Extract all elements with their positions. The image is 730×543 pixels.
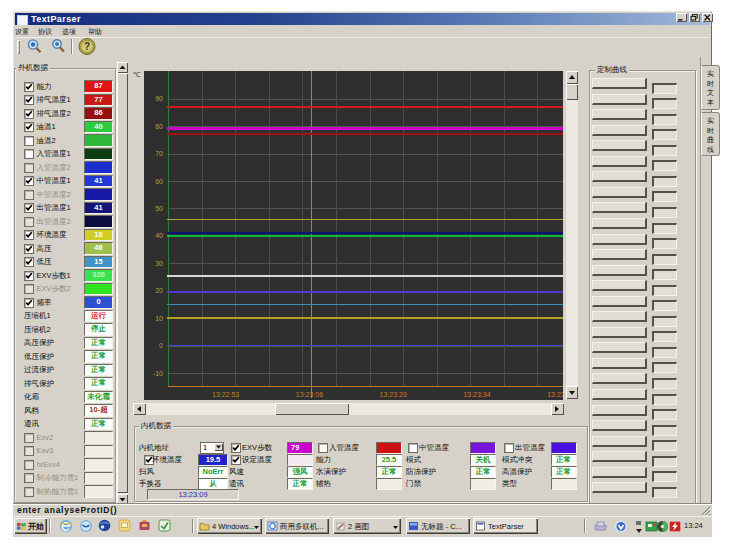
mini-icons[interactable] [635,520,643,534]
menu-item-1[interactable]: 设置 [15,27,29,36]
custom-curve-name-box[interactable] [592,451,647,462]
checkbox[interactable] [24,149,34,159]
taskbar-button[interactable]: TextParser [473,518,538,534]
custom-curve-value-box[interactable] [652,145,677,156]
checkbox[interactable] [24,203,34,213]
checkbox[interactable] [24,446,34,456]
trend-chart[interactable]: 9080706050403020100-1013:22:5313:23:0613… [144,71,563,400]
custom-curve-value-box[interactable] [652,83,677,94]
checkbox[interactable] [24,244,34,254]
custom-curve-name-box[interactable] [592,342,647,353]
messenger-tray-icon[interactable] [614,520,628,533]
custom-curve-value-box[interactable] [652,114,677,125]
checkbox[interactable] [24,473,34,483]
chart-hscroll-thumb[interactable] [275,403,349,416]
chart-scroll-up[interactable] [566,71,578,84]
restore-button[interactable] [689,13,700,22]
custom-curve-value-box[interactable] [652,254,677,265]
chart-scroll-right[interactable] [551,403,564,416]
help-button[interactable]: ? [77,38,97,55]
custom-curve-name-box[interactable] [592,405,647,416]
chart-hscrollbar[interactable] [133,403,564,416]
custom-curve-name-box[interactable] [592,187,647,198]
custom-curve-value-box[interactable] [652,409,677,420]
custom-curve-name-box[interactable] [592,482,647,493]
custom-curve-name-box[interactable] [592,311,647,322]
zoom-in-button[interactable] [23,38,45,55]
custom-curve-value-box[interactable] [652,471,677,482]
outlook-icon[interactable] [118,519,132,533]
custom-curve-value-box[interactable] [652,440,677,451]
custom-curve-name-box[interactable] [592,389,647,400]
custom-curve-value-box[interactable] [652,456,677,467]
checkbox[interactable] [24,190,34,200]
menu-item-4[interactable]: 帮助 [88,27,102,36]
checkbox[interactable] [231,443,241,453]
zoom-out-button[interactable] [47,38,69,55]
taskbar-button[interactable]: 商用多联机... [265,518,329,534]
custom-curve-name-box[interactable] [592,202,647,213]
checkbox[interactable] [24,257,34,267]
close-button[interactable] [702,13,713,22]
custom-curve-name-box[interactable] [592,296,647,307]
sphere-icon[interactable] [98,519,112,533]
custom-curve-value-box[interactable] [652,207,677,218]
custom-curve-name-box[interactable] [592,125,647,136]
custom-curve-value-box[interactable] [652,316,677,327]
checkbox[interactable] [24,217,34,227]
chart-scroll-down[interactable] [566,386,578,399]
custom-curve-name-box[interactable] [592,249,647,260]
custom-curve-name-box[interactable] [592,140,647,151]
tab-realtime-text[interactable]: 实时文本 [701,65,720,110]
media-icon[interactable] [138,519,152,533]
custom-curve-value-box[interactable] [652,378,677,389]
tab-realtime-curve[interactable]: 实时曲线 [701,112,720,156]
folder-tool-icon[interactable] [158,519,172,533]
checkbox[interactable] [24,95,34,105]
checkbox[interactable] [24,271,34,281]
messenger-icon[interactable] [79,519,93,533]
ie-icon[interactable] [59,519,73,533]
menu-item-3[interactable]: 选项 [62,27,76,36]
checkbox[interactable] [24,487,34,497]
checkbox[interactable] [24,433,34,443]
taskbar-button[interactable]: 4 Windows... [197,518,262,534]
checkbox[interactable] [24,230,34,240]
checkbox[interactable] [24,109,34,119]
custom-curve-name-box[interactable] [592,94,647,105]
checkbox[interactable] [24,176,34,186]
custom-curve-name-box[interactable] [592,280,647,291]
custom-curve-value-box[interactable] [652,300,677,311]
printer-icon[interactable] [593,520,608,532]
checkbox[interactable] [24,298,34,308]
checkbox[interactable] [24,82,34,92]
resize-grip-icon[interactable] [700,505,711,516]
outdoor-scroll-up[interactable] [117,62,128,73]
checkbox[interactable] [24,163,34,173]
menu-item-2[interactable]: 协议 [38,27,52,36]
custom-curve-value-box[interactable] [652,362,677,373]
checkbox[interactable] [24,460,34,470]
custom-curve-name-box[interactable] [592,156,647,167]
custom-curve-value-box[interactable] [652,98,677,109]
custom-curve-value-box[interactable] [652,285,677,296]
custom-curve-value-box[interactable] [652,425,677,436]
custom-curve-value-box[interactable] [652,394,677,405]
custom-curve-value-box[interactable] [652,223,677,234]
custom-curve-value-box[interactable] [652,331,677,342]
chart-vscroll-thumb[interactable] [566,84,578,100]
flash-icon[interactable] [668,520,682,533]
checkbox[interactable] [318,443,328,453]
checkbox[interactable] [24,122,34,132]
custom-curve-value-box[interactable] [652,191,677,202]
custom-curve-name-box[interactable] [592,327,647,338]
indoor-address-combo[interactable]: 1 [200,442,224,454]
checkbox[interactable] [408,443,418,453]
custom-curve-name-box[interactable] [592,265,647,276]
custom-curve-name-box[interactable] [592,467,647,478]
custom-curve-name-box[interactable] [592,420,647,431]
custom-curve-name-box[interactable] [592,436,647,447]
chart-scroll-left[interactable] [133,403,146,416]
combo-dropdown-button[interactable] [214,443,223,451]
custom-curve-value-box[interactable] [652,269,677,280]
